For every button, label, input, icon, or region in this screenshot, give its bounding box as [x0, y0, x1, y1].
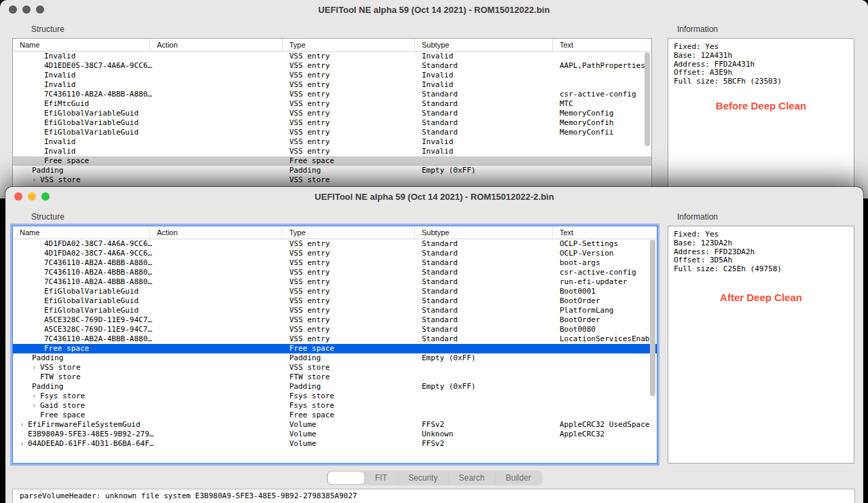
- column-header-type[interactable]: Type: [283, 226, 415, 239]
- minimize-button[interactable]: [28, 192, 36, 201]
- cell-subtype: Standard: [415, 315, 553, 325]
- tree-row[interactable]: InvalidVSS entryInvalid: [13, 80, 651, 90]
- tree-row[interactable]: EfiGlobalVariableGuidVSS entryStandardPl…: [13, 306, 657, 315]
- tree-row[interactable]: Free spaceFree space: [13, 344, 657, 353]
- cell-action: [150, 128, 283, 137]
- expander-icon[interactable]: ›: [33, 392, 40, 401]
- cell-name: EfiMtcGuid: [13, 99, 150, 109]
- tab-security[interactable]: Security: [397, 472, 448, 484]
- cell-type: VSS store: [283, 175, 415, 185]
- tree-row[interactable]: EfiMtcGuidVSS entryStandardMTC: [13, 99, 651, 109]
- vertical-scrollbar-thumb[interactable]: [650, 240, 655, 396]
- expander-icon[interactable]: ›: [20, 420, 28, 430]
- tab-fit[interactable]: FIT: [364, 472, 397, 484]
- cell-name: Free space: [13, 411, 150, 420]
- tree-row[interactable]: A5CE328C-769D-11E9-94C7…VSS entryStandar…: [13, 315, 657, 325]
- expander-icon[interactable]: ›: [33, 363, 40, 372]
- cell-action: [150, 61, 283, 71]
- row-name-text: A5CE328C-769D-11E9-94C7…: [44, 325, 152, 334]
- close-button[interactable]: [14, 192, 22, 201]
- expander-icon[interactable]: ›: [20, 439, 28, 449]
- cell-subtype: Invalid: [415, 52, 553, 61]
- tree-row[interactable]: E3B980A9-5FE3-48E5-9B92-279…VolumeUnknow…: [13, 430, 657, 439]
- tab-search[interactable]: Search: [448, 472, 494, 484]
- tree-row[interactable]: EfiGlobalVariableGuidVSS entryStandardMe…: [13, 128, 651, 137]
- cell-subtype: Invalid: [415, 71, 553, 80]
- cell-text: [553, 80, 651, 90]
- tree-row[interactable]: EfiGlobalVariableGuidVSS entryStandardMe…: [13, 118, 651, 128]
- tree-row[interactable]: EfiGlobalVariableGuidVSS entryStandardMe…: [13, 109, 651, 118]
- tree-row[interactable]: InvalidVSS entryInvalid: [13, 52, 651, 61]
- expander-icon[interactable]: ›: [33, 401, 40, 411]
- titlebar[interactable]: UEFITool NE alpha 59 (Oct 14 2021) - ROM…: [0, 0, 868, 19]
- cell-name: EfiGlobalVariableGuid: [13, 287, 150, 296]
- tree-row[interactable]: 7C436110-AB2A-4BBB-A880…VSS entryStandar…: [13, 334, 657, 344]
- tree-row[interactable]: InvalidVSS entryInvalid: [13, 71, 651, 80]
- tree-row[interactable]: ›04ADEEAD-61FF-4D31-B6BA-64F…VolumeFFSv2: [13, 439, 657, 449]
- tab-builder[interactable]: Builder: [495, 472, 541, 484]
- expander-icon[interactable]: ›: [33, 175, 40, 185]
- tree-row[interactable]: Free spaceFree space: [13, 156, 651, 166]
- cell-subtype: Empty (0xFF): [415, 353, 553, 363]
- column-header-name[interactable]: Name: [13, 39, 150, 51]
- tree-row[interactable]: ›VSS storeVSS store: [13, 363, 657, 372]
- column-header-text[interactable]: Text: [553, 226, 657, 239]
- cell-text: AppleCRC32 UsedSpace: [553, 420, 657, 430]
- cell-subtype: [415, 411, 553, 420]
- cell-type: Padding: [283, 353, 415, 363]
- structure-tree[interactable]: Name Action Type Subtype Text 4D1FDA02-3…: [12, 226, 657, 464]
- tree-row[interactable]: PaddingPaddingEmpty (0xFF): [13, 166, 651, 175]
- cell-name: EfiGlobalVariableGuid: [13, 118, 150, 128]
- traffic-lights: [14, 192, 50, 201]
- cell-type: VSS entry: [283, 71, 415, 80]
- information-panel: Fixed: YesBase: 12A431hAddress: FFD2A431…: [668, 38, 854, 198]
- tree-row[interactable]: 7C436110-AB2A-4BBB-A880…VSS entryStandar…: [13, 277, 657, 287]
- tree-row[interactable]: FTW storeFTW store: [13, 372, 657, 382]
- column-header-subtype[interactable]: Subtype: [415, 226, 553, 239]
- column-header-type[interactable]: Type: [283, 39, 415, 51]
- close-button[interactable]: [9, 5, 17, 14]
- tree-row[interactable]: Free spaceFree space: [13, 411, 657, 420]
- tree-row[interactable]: ›EfiFirmwareFileSystemGuidVolumeFFSv2App…: [13, 420, 657, 430]
- column-header-name[interactable]: Name: [13, 226, 150, 239]
- tree-row[interactable]: InvalidVSS entryInvalid: [13, 137, 651, 147]
- cell-type: VSS entry: [283, 80, 415, 90]
- column-header-text[interactable]: Text: [553, 39, 651, 51]
- vertical-scrollbar-thumb[interactable]: [645, 52, 650, 146]
- tree-row[interactable]: EfiGlobalVariableGuidVSS entryStandardBo…: [13, 287, 657, 296]
- cell-type: Free space: [283, 411, 415, 420]
- tree-row[interactable]: 7C436110-AB2A-4BBB-A880…VSS entryStandar…: [13, 90, 651, 99]
- cell-name: EfiGlobalVariableGuid: [13, 296, 150, 306]
- cell-action: [150, 137, 283, 147]
- tree-row[interactable]: ›Gaid storeFsys store: [13, 401, 657, 411]
- tab-selected-blank[interactable]: [327, 472, 364, 484]
- tree-row[interactable]: ›Fsys storeFsys store: [13, 392, 657, 401]
- tree-row[interactable]: 4D1EDE05-38C7-4A6A-9CC6…VSS entryStandar…: [13, 61, 651, 71]
- tree-row[interactable]: 7C436110-AB2A-4BBB-A880…VSS entryStandar…: [13, 268, 657, 277]
- cell-type: VSS entry: [283, 90, 415, 99]
- column-header-subtype[interactable]: Subtype: [415, 39, 553, 51]
- cell-name: A5CE328C-769D-11E9-94C7…: [13, 315, 150, 325]
- tree-row[interactable]: 7C436110-AB2A-4BBB-A880…VSS entryStandar…: [13, 258, 657, 268]
- cell-action: [150, 430, 283, 439]
- titlebar[interactable]: UEFITool NE alpha 59 (Oct 14 2021) - ROM…: [5, 187, 863, 206]
- tree-row[interactable]: 4D1FDA02-38C7-4A6A-9CC6…VSS entryStandar…: [13, 239, 657, 249]
- structure-tree[interactable]: Name Action Type Subtype Text InvalidVSS…: [12, 38, 652, 198]
- cell-type: VSS entry: [283, 118, 415, 128]
- zoom-button[interactable]: [36, 5, 44, 14]
- minimize-button[interactable]: [22, 5, 31, 14]
- cell-text: LocationServicesEnab: [553, 334, 657, 344]
- tree-row[interactable]: EfiGlobalVariableGuidVSS entryStandardBo…: [13, 296, 657, 306]
- tree-row[interactable]: 4D1FDA02-38C7-4A6A-9CC6…VSS entryStandar…: [13, 249, 657, 258]
- tree-row[interactable]: PaddingPaddingEmpty (0xFF): [13, 382, 657, 392]
- zoom-button[interactable]: [41, 192, 50, 201]
- row-name-text: EfiGlobalVariableGuid: [44, 296, 139, 305]
- tree-row[interactable]: ›VSS storeVSS store: [13, 175, 651, 185]
- column-header-action[interactable]: Action: [150, 39, 283, 51]
- column-header-action[interactable]: Action: [150, 226, 283, 239]
- tree-row[interactable]: A5CE328C-769D-11E9-94C7…VSS entryStandar…: [13, 325, 657, 334]
- tree-row[interactable]: PaddingPaddingEmpty (0xFF): [13, 353, 657, 363]
- cell-name: 7C436110-AB2A-4BBB-A880…: [13, 334, 150, 344]
- tree-row[interactable]: InvalidVSS entryInvalid: [13, 147, 651, 156]
- row-name-text: Invalid: [44, 137, 75, 146]
